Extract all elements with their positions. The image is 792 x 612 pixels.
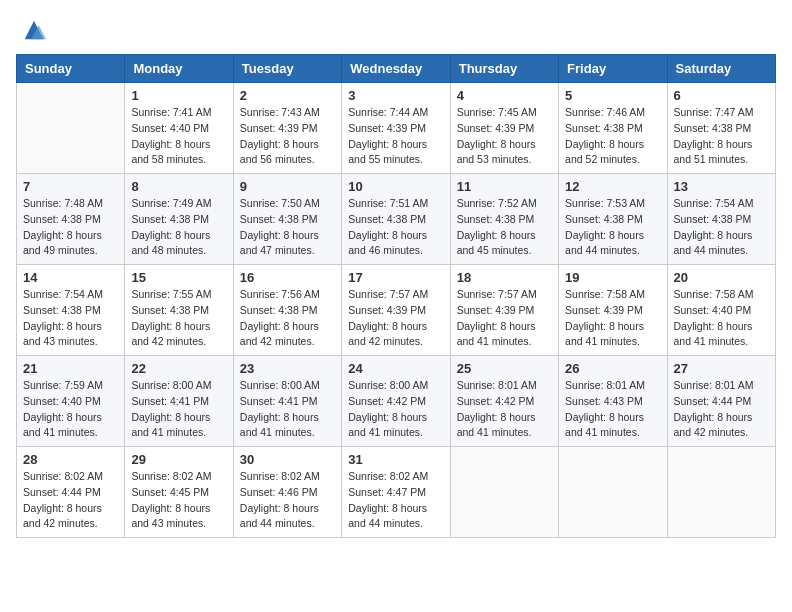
day-of-week-header: Friday	[559, 55, 667, 83]
day-info-line: Daylight: 8 hours	[348, 320, 427, 332]
day-info-line: Sunrise: 7:54 AM	[23, 288, 103, 300]
day-of-week-header: Wednesday	[342, 55, 450, 83]
day-info: Sunrise: 7:56 AMSunset: 4:38 PMDaylight:…	[240, 287, 335, 350]
day-info-line: and 42 minutes.	[131, 335, 206, 347]
day-number: 13	[674, 179, 769, 194]
day-number: 25	[457, 361, 552, 376]
day-info-line: Daylight: 8 hours	[131, 411, 210, 423]
calendar-cell: 22Sunrise: 8:00 AMSunset: 4:41 PMDayligh…	[125, 356, 233, 447]
day-number: 4	[457, 88, 552, 103]
day-info-line: Sunset: 4:39 PM	[457, 122, 535, 134]
day-info-line: Daylight: 8 hours	[240, 502, 319, 514]
day-info-line: Sunrise: 7:59 AM	[23, 379, 103, 391]
calendar-body: 1Sunrise: 7:41 AMSunset: 4:40 PMDaylight…	[17, 83, 776, 538]
day-info-line: Sunset: 4:39 PM	[240, 122, 318, 134]
day-info-line: Daylight: 8 hours	[565, 320, 644, 332]
calendar-header: SundayMondayTuesdayWednesdayThursdayFrid…	[17, 55, 776, 83]
day-info-line: Sunrise: 7:54 AM	[674, 197, 754, 209]
day-info: Sunrise: 7:51 AMSunset: 4:38 PMDaylight:…	[348, 196, 443, 259]
day-info-line: Sunset: 4:41 PM	[240, 395, 318, 407]
day-of-week-header: Tuesday	[233, 55, 341, 83]
day-info: Sunrise: 8:02 AMSunset: 4:46 PMDaylight:…	[240, 469, 335, 532]
day-info-line: and 42 minutes.	[674, 426, 749, 438]
day-info-line: Sunrise: 7:43 AM	[240, 106, 320, 118]
day-info-line: Sunrise: 8:02 AM	[131, 470, 211, 482]
day-info-line: Sunrise: 8:02 AM	[240, 470, 320, 482]
calendar-cell: 8Sunrise: 7:49 AMSunset: 4:38 PMDaylight…	[125, 174, 233, 265]
day-info-line: Sunset: 4:38 PM	[565, 213, 643, 225]
calendar-cell	[559, 447, 667, 538]
day-info-line: Daylight: 8 hours	[674, 411, 753, 423]
day-info-line: Sunrise: 8:02 AM	[23, 470, 103, 482]
day-info-line: and 53 minutes.	[457, 153, 532, 165]
day-info-line: Sunrise: 8:00 AM	[131, 379, 211, 391]
day-info-line: Daylight: 8 hours	[23, 320, 102, 332]
calendar-table: SundayMondayTuesdayWednesdayThursdayFrid…	[16, 54, 776, 538]
day-info-line: and 41 minutes.	[240, 426, 315, 438]
day-info-line: and 49 minutes.	[23, 244, 98, 256]
day-info-line: Daylight: 8 hours	[131, 502, 210, 514]
day-number: 5	[565, 88, 660, 103]
week-row: 14Sunrise: 7:54 AMSunset: 4:38 PMDayligh…	[17, 265, 776, 356]
day-info: Sunrise: 7:48 AMSunset: 4:38 PMDaylight:…	[23, 196, 118, 259]
day-info: Sunrise: 7:58 AMSunset: 4:40 PMDaylight:…	[674, 287, 769, 350]
day-info-line: Sunset: 4:38 PM	[565, 122, 643, 134]
day-info-line: Sunrise: 7:58 AM	[674, 288, 754, 300]
day-info-line: Daylight: 8 hours	[457, 320, 536, 332]
day-of-week-header: Sunday	[17, 55, 125, 83]
calendar-cell: 11Sunrise: 7:52 AMSunset: 4:38 PMDayligh…	[450, 174, 558, 265]
day-info-line: and 45 minutes.	[457, 244, 532, 256]
day-info-line: Sunrise: 7:55 AM	[131, 288, 211, 300]
calendar-cell	[17, 83, 125, 174]
day-info-line: Daylight: 8 hours	[240, 411, 319, 423]
day-info-line: Daylight: 8 hours	[240, 138, 319, 150]
day-info-line: Sunset: 4:44 PM	[674, 395, 752, 407]
day-info-line: and 47 minutes.	[240, 244, 315, 256]
calendar-cell: 24Sunrise: 8:00 AMSunset: 4:42 PMDayligh…	[342, 356, 450, 447]
day-info: Sunrise: 7:50 AMSunset: 4:38 PMDaylight:…	[240, 196, 335, 259]
day-info: Sunrise: 7:52 AMSunset: 4:38 PMDaylight:…	[457, 196, 552, 259]
day-info-line: Sunrise: 8:01 AM	[565, 379, 645, 391]
day-info-line: Daylight: 8 hours	[674, 138, 753, 150]
day-info-line: Sunset: 4:38 PM	[23, 213, 101, 225]
calendar-cell: 7Sunrise: 7:48 AMSunset: 4:38 PMDaylight…	[17, 174, 125, 265]
calendar-cell	[450, 447, 558, 538]
day-of-week-header: Saturday	[667, 55, 775, 83]
day-info-line: Sunset: 4:39 PM	[565, 304, 643, 316]
day-info-line: Sunset: 4:43 PM	[565, 395, 643, 407]
calendar-cell: 5Sunrise: 7:46 AMSunset: 4:38 PMDaylight…	[559, 83, 667, 174]
day-number: 24	[348, 361, 443, 376]
day-info-line: Daylight: 8 hours	[674, 320, 753, 332]
day-info-line: Sunset: 4:38 PM	[457, 213, 535, 225]
day-number: 19	[565, 270, 660, 285]
day-info-line: Daylight: 8 hours	[131, 138, 210, 150]
day-info-line: Sunset: 4:46 PM	[240, 486, 318, 498]
day-info-line: and 56 minutes.	[240, 153, 315, 165]
calendar-cell: 1Sunrise: 7:41 AMSunset: 4:40 PMDaylight…	[125, 83, 233, 174]
day-info-line: and 44 minutes.	[348, 517, 423, 529]
day-info-line: and 41 minutes.	[565, 426, 640, 438]
calendar-cell: 18Sunrise: 7:57 AMSunset: 4:39 PMDayligh…	[450, 265, 558, 356]
day-info-line: and 41 minutes.	[348, 426, 423, 438]
calendar-cell: 9Sunrise: 7:50 AMSunset: 4:38 PMDaylight…	[233, 174, 341, 265]
day-info-line: Sunset: 4:38 PM	[348, 213, 426, 225]
day-number: 14	[23, 270, 118, 285]
calendar-cell: 10Sunrise: 7:51 AMSunset: 4:38 PMDayligh…	[342, 174, 450, 265]
day-info-line: Sunset: 4:45 PM	[131, 486, 209, 498]
calendar-cell: 29Sunrise: 8:02 AMSunset: 4:45 PMDayligh…	[125, 447, 233, 538]
day-info: Sunrise: 8:01 AMSunset: 4:43 PMDaylight:…	[565, 378, 660, 441]
day-info-line: Sunset: 4:41 PM	[131, 395, 209, 407]
day-info-line: Sunset: 4:38 PM	[674, 122, 752, 134]
calendar-cell: 6Sunrise: 7:47 AMSunset: 4:38 PMDaylight…	[667, 83, 775, 174]
day-info-line: Daylight: 8 hours	[131, 320, 210, 332]
day-info: Sunrise: 7:49 AMSunset: 4:38 PMDaylight:…	[131, 196, 226, 259]
day-number: 30	[240, 452, 335, 467]
day-info-line: and 55 minutes.	[348, 153, 423, 165]
day-info: Sunrise: 8:01 AMSunset: 4:44 PMDaylight:…	[674, 378, 769, 441]
day-info-line: Daylight: 8 hours	[565, 411, 644, 423]
day-number: 22	[131, 361, 226, 376]
day-info: Sunrise: 7:55 AMSunset: 4:38 PMDaylight:…	[131, 287, 226, 350]
day-info-line: Sunrise: 7:47 AM	[674, 106, 754, 118]
day-info: Sunrise: 7:41 AMSunset: 4:40 PMDaylight:…	[131, 105, 226, 168]
day-info-line: Sunrise: 7:58 AM	[565, 288, 645, 300]
